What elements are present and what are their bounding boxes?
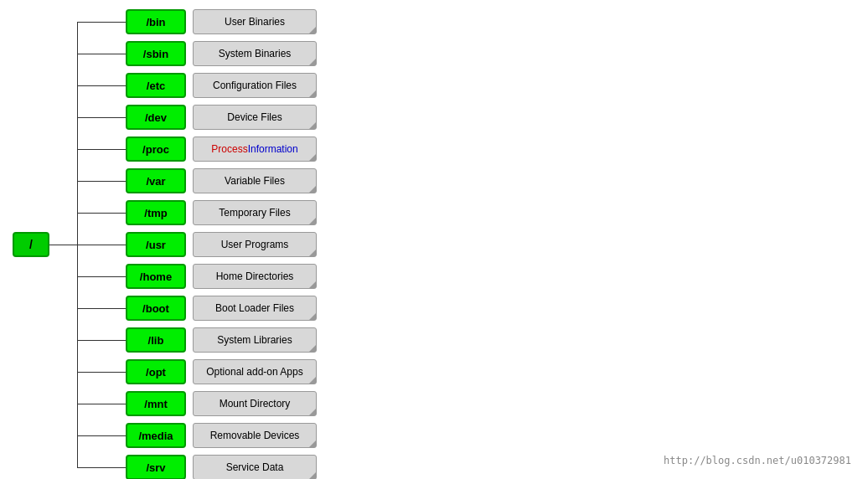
- root-horizontal-line: [49, 245, 77, 245]
- dir-node: /var: [126, 168, 186, 193]
- tree-item: /homeHome Directories: [126, 261, 317, 291]
- desc-node: Configuration Files: [193, 73, 317, 98]
- desc-node: Optional add-on Apps: [193, 359, 317, 384]
- dir-node: /tmp: [126, 200, 186, 225]
- dir-node: /dev: [126, 105, 186, 130]
- watermark: http://blog.csdn.net/u010372981: [664, 455, 851, 466]
- dir-node: /media: [126, 423, 186, 448]
- desc-node: Process Information: [193, 136, 317, 162]
- desc-node: Temporary Files: [193, 200, 317, 225]
- desc-node: Mount Directory: [193, 391, 317, 416]
- tree-item: /optOptional add-on Apps: [126, 357, 317, 387]
- tree-item: /binUser Binaries: [126, 7, 317, 37]
- items-wrapper: /binUser Binaries/sbinSystem Binaries/et…: [126, 7, 317, 479]
- tree-item: /etcConfiguration Files: [126, 70, 317, 100]
- desc-node: Device Files: [193, 105, 317, 130]
- dir-node: /srv: [126, 455, 186, 479]
- desc-node: Home Directories: [193, 264, 317, 289]
- tree-item: /tmpTemporary Files: [126, 198, 317, 228]
- dir-node: /boot: [126, 296, 186, 321]
- tree-item: /bootBoot Loader Files: [126, 293, 317, 323]
- desc-node: User Programs: [193, 232, 317, 257]
- desc-node: System Binaries: [193, 41, 317, 66]
- dir-node: /opt: [126, 359, 186, 384]
- dir-node: /home: [126, 264, 186, 289]
- dir-node: /etc: [126, 73, 186, 98]
- dir-node: /sbin: [126, 41, 186, 66]
- dir-node: /lib: [126, 327, 186, 353]
- tree-item: /varVariable Files: [126, 166, 317, 196]
- tree-item: /usrUser Programs: [126, 229, 317, 260]
- desc-node: Removable Devices: [193, 423, 317, 448]
- dir-node: /usr: [126, 232, 186, 257]
- desc-node: User Binaries: [193, 9, 317, 34]
- dir-node: /mnt: [126, 391, 186, 416]
- desc-node: Service Data: [193, 455, 317, 479]
- dir-node: /bin: [126, 9, 186, 34]
- dir-node: /proc: [126, 136, 186, 162]
- tree-item: /procProcess Information: [126, 134, 317, 164]
- desc-node: System Libraries: [193, 327, 317, 353]
- vertical-connector: [77, 22, 78, 467]
- tree-item: /mntMount Directory: [126, 389, 317, 419]
- tree-item: /mediaRemovable Devices: [126, 420, 317, 451]
- tree-item: /sbinSystem Binaries: [126, 39, 317, 69]
- diagram-container: / /binUser Binaries/sbinSystem Binaries/…: [0, 0, 868, 479]
- desc-node: Variable Files: [193, 168, 317, 193]
- desc-node: Boot Loader Files: [193, 296, 317, 321]
- tree-item: /libSystem Libraries: [126, 325, 317, 355]
- tree-item: /devDevice Files: [126, 102, 317, 132]
- tree-item: /srvService Data: [126, 452, 317, 479]
- root-node: /: [13, 232, 49, 257]
